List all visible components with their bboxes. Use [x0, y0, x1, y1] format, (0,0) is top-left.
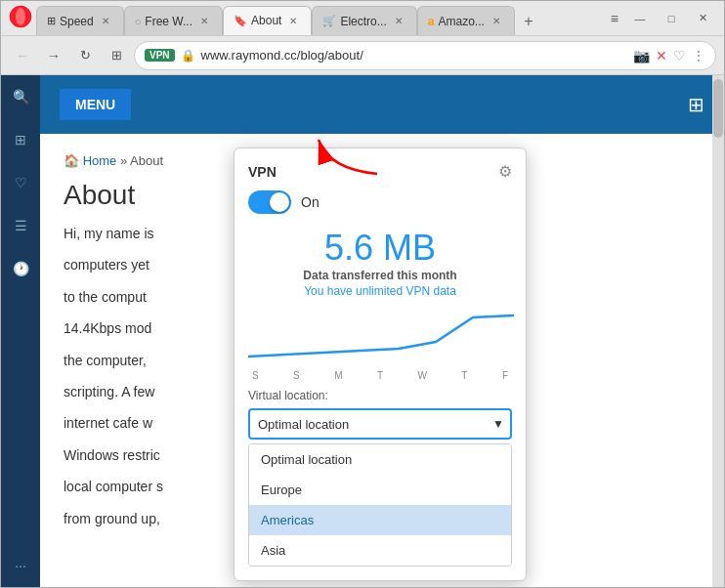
settings-icon[interactable]: ⋮	[692, 48, 705, 63]
tab-about-close[interactable]: ✕	[285, 13, 301, 28]
toolbar: ← → ↻ ⊞ VPN 🔒 www.raymond.cc/blog/about/…	[1, 36, 724, 75]
opera-logo	[9, 5, 32, 32]
close-button[interactable]: ✕	[689, 9, 716, 28]
chart-day-3: M	[334, 370, 342, 381]
breadcrumb-home[interactable]: 🏠 Home	[64, 153, 116, 168]
minimize-button[interactable]: —	[626, 9, 654, 28]
forward-button[interactable]: →	[40, 42, 67, 69]
tab-speed-label: Speed	[60, 15, 94, 28]
ssl-lock-icon: 🔒	[181, 49, 195, 63]
tabs-bar: ⊞ Speed ✕ ○ Free W... ✕ 🔖 About ✕ 🛒 Elec…	[36, 1, 603, 35]
tab-about[interactable]: 🔖 About ✕	[223, 6, 312, 35]
data-note: You have unlimited VPN data	[248, 284, 512, 298]
address-bar-icons: 📷 ✕ ♡ ⋮	[633, 48, 705, 63]
vpn-toggle[interactable]	[248, 190, 291, 214]
scrollbar[interactable]	[712, 75, 724, 587]
vpn-location-select[interactable]: Optimal location Europe Americas Asia	[248, 408, 512, 440]
site-header: MENU ⊞	[40, 75, 724, 134]
tab-freew-label: Free W...	[145, 15, 192, 28]
breadcrumb-separator: »	[120, 153, 130, 168]
tab-electro[interactable]: 🛒 Electro... ✕	[312, 6, 416, 35]
vpn-toggle-label: On	[301, 194, 320, 210]
tab-speed[interactable]: ⊞ Speed ✕	[36, 6, 124, 35]
camera-icon[interactable]: 📷	[633, 48, 650, 63]
tab-amazon[interactable]: a Amazo... ✕	[417, 6, 515, 35]
tab-electro-label: Electro...	[340, 15, 386, 28]
sidebar-icon-notes[interactable]: ☰	[7, 212, 34, 239]
menu-button[interactable]: MENU	[60, 89, 131, 120]
vpn-popup: VPN ⚙ On 5.6 MB Data transferred this mo…	[234, 147, 527, 581]
vpn-chart	[248, 308, 512, 366]
sidebar-icon-tabs[interactable]: ⊞	[7, 126, 34, 153]
vpn-dropdown-list: Optimal location Europe Americas Asia	[248, 443, 512, 567]
scrollbar-thumb[interactable]	[713, 79, 723, 138]
chart-day-6: T	[461, 370, 467, 381]
vpn-title: VPN	[248, 164, 277, 180]
chart-days: S S M T W T F	[248, 370, 512, 381]
tab-freew[interactable]: ○ Free W... ✕	[124, 6, 223, 35]
address-bar[interactable]: VPN 🔒 www.raymond.cc/blog/about/ 📷 ✕ ♡ ⋮	[134, 41, 716, 70]
dropdown-item-asia[interactable]: Asia	[249, 535, 511, 566]
tab-about-label: About	[251, 14, 281, 27]
tab-freew-close[interactable]: ✕	[196, 14, 212, 29]
chart-day-1: S	[252, 370, 259, 381]
data-label: Data transferred this month	[248, 269, 512, 282]
dropdown-item-europe[interactable]: Europe	[249, 475, 511, 505]
red-arrow-indicator	[309, 130, 387, 183]
sidebar-icon-more[interactable]: ···	[7, 552, 34, 579]
tab-speed-favicon: ⊞	[47, 15, 56, 27]
toggle-knob	[270, 192, 289, 212]
grid-view-icon[interactable]: ⊞	[688, 93, 704, 116]
tab-freew-favicon: ○	[135, 16, 142, 27]
data-amount: 5.6 MB	[248, 228, 512, 269]
sidebar: 🔍 ⊞ ♡ ☰ 🕐 ···	[1, 75, 40, 587]
reload-button[interactable]: ↻	[71, 42, 99, 69]
tab-amazon-label: Amazo...	[438, 15, 484, 28]
tab-electro-close[interactable]: ✕	[391, 14, 406, 29]
chart-day-5: W	[417, 370, 426, 381]
wifi-icon: ≡	[611, 11, 618, 26]
chart-day-7: F	[502, 370, 508, 381]
vpn-toggle-row: On	[248, 190, 512, 214]
new-tab-button[interactable]: +	[515, 8, 542, 35]
heart-icon[interactable]: ♡	[673, 48, 686, 63]
address-text: www.raymond.cc/blog/about/	[201, 48, 627, 63]
web-content: MENU ⊞ 🏠 Home » About About Hi, my name …	[40, 75, 724, 587]
dropdown-item-optimal[interactable]: Optimal location	[249, 444, 511, 475]
close-addr-icon[interactable]: ✕	[656, 48, 667, 63]
chart-day-4: T	[377, 370, 383, 381]
main-area: 🔍 ⊞ ♡ ☰ 🕐 ··· MENU ⊞ 🏠 Home » About Abou…	[1, 75, 724, 587]
vpn-data-section: 5.6 MB Data transferred this month You h…	[248, 228, 512, 298]
tab-grid-button[interactable]: ⊞	[103, 42, 130, 69]
vpn-indicator[interactable]: VPN	[145, 49, 175, 62]
sidebar-icon-history[interactable]: 🕐	[7, 255, 34, 282]
chart-day-2: S	[293, 370, 300, 381]
breadcrumb-current: About	[130, 153, 163, 168]
vpn-badge-label: VPN	[149, 50, 170, 61]
tab-electro-favicon: 🛒	[322, 15, 336, 27]
tab-speed-close[interactable]: ✕	[98, 14, 113, 29]
tab-about-favicon: 🔖	[234, 15, 247, 27]
vpn-settings-icon[interactable]: ⚙	[498, 162, 512, 181]
maximize-button[interactable]: □	[658, 9, 685, 28]
title-bar: ⊞ Speed ✕ ○ Free W... ✕ 🔖 About ✕ 🛒 Elec…	[1, 1, 724, 36]
browser-window: ⊞ Speed ✕ ○ Free W... ✕ 🔖 About ✕ 🛒 Elec…	[0, 0, 725, 588]
sidebar-icon-heart[interactable]: ♡	[7, 169, 34, 196]
vpn-location-label: Virtual location:	[248, 389, 512, 402]
tab-amazon-favicon: a	[428, 15, 435, 28]
window-controls: ≡ — □ ✕	[611, 9, 716, 28]
vpn-select-wrapper: Optimal location Europe Americas Asia ▼	[248, 408, 512, 440]
svg-point-1	[16, 8, 25, 25]
back-button[interactable]: ←	[9, 42, 36, 69]
sidebar-icon-search[interactable]: 🔍	[7, 83, 34, 110]
tab-amazon-close[interactable]: ✕	[489, 14, 504, 29]
dropdown-item-americas[interactable]: Americas	[249, 505, 511, 535]
